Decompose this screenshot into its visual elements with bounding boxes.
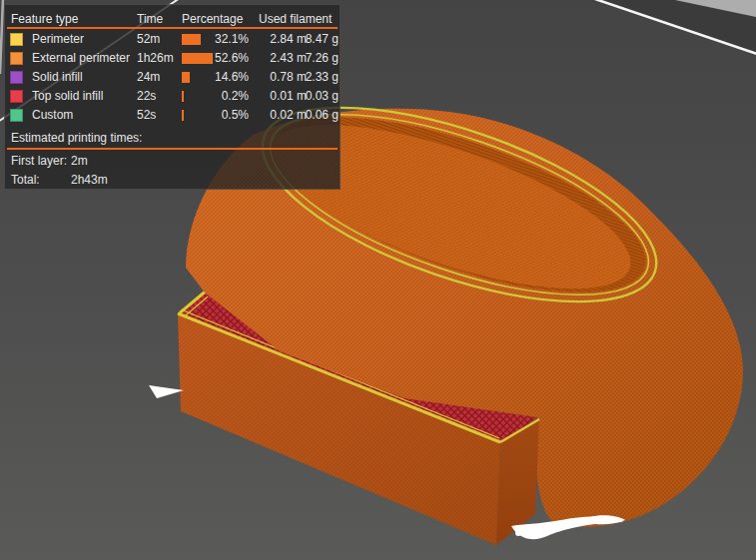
feature-color-swatch (10, 109, 23, 122)
total-time-label: Total: (11, 173, 40, 188)
feature-filament-weight: 0.03 g (302, 89, 339, 104)
feature-label: Solid infill (32, 70, 83, 85)
feature-label: Custom (32, 108, 73, 123)
first-layer-label: First layer: (11, 154, 67, 169)
feature-color-swatch (10, 33, 23, 46)
column-header-used-filament: Used filament (259, 12, 332, 27)
feature-filament-length: 0.01 m (252, 89, 307, 104)
feature-time: 1h26m (137, 51, 174, 66)
feature-percent: 0.5% (191, 108, 249, 123)
feature-percent-bar (182, 110, 184, 121)
gcode-legend-panel: Feature type Time Percentage Used filame… (4, 4, 341, 190)
feature-time: 24m (137, 70, 160, 85)
feature-filament-weight: 8.47 g (302, 32, 339, 47)
total-time-value: 2h43m (71, 173, 108, 188)
times-separator (7, 148, 338, 150)
column-header-time: Time (137, 12, 163, 27)
feature-filament-length: 2.84 m (252, 32, 307, 47)
feature-filament-length: 2.43 m (252, 51, 307, 66)
legend-rows: Perimeter 52m 32.1% 2.84 m 8.47 g Extern… (5, 30, 340, 125)
feature-time: 52m (137, 32, 160, 47)
feature-time: 52s (137, 108, 156, 123)
feature-percent: 14.6% (191, 70, 249, 85)
feature-label: Perimeter (32, 32, 84, 47)
first-layer-value: 2m (71, 154, 88, 169)
legend-row[interactable]: Perimeter 52m 32.1% 2.84 m 8.47 g (5, 30, 340, 49)
feature-percent-bar (182, 91, 184, 102)
feature-label: Top solid infill (32, 89, 103, 104)
column-header-feature-type: Feature type (11, 12, 78, 27)
column-header-percentage: Percentage (182, 12, 243, 27)
feature-percent-bar (182, 72, 190, 83)
legend-row[interactable]: Custom 52s 0.5% 0.02 m 0.06 g (5, 106, 340, 125)
feature-filament-length: 0.02 m (252, 108, 307, 123)
feature-color-swatch (10, 71, 23, 84)
feature-percent: 0.2% (191, 89, 249, 104)
feature-percent: 52.6% (191, 51, 249, 66)
feature-filament-length: 0.78 m (252, 70, 307, 85)
feature-label: External perimeter (32, 51, 130, 66)
feature-filament-weight: 7.26 g (302, 51, 339, 66)
feature-color-swatch (10, 90, 23, 103)
legend-row[interactable]: External perimeter 1h26m 52.6% 2.43 m 7.… (5, 49, 340, 68)
feature-filament-weight: 0.06 g (302, 108, 339, 123)
feature-percent: 32.1% (191, 32, 249, 47)
legend-row[interactable]: Solid infill 24m 14.6% 0.78 m 2.33 g (5, 68, 340, 87)
header-separator (7, 27, 338, 29)
legend-row[interactable]: Top solid infill 22s 0.2% 0.01 m 0.03 g (5, 87, 340, 106)
feature-filament-weight: 2.33 g (302, 70, 339, 85)
feature-time: 22s (137, 89, 156, 104)
feature-color-swatch (10, 52, 23, 65)
estimated-times-title: Estimated printing times: (11, 131, 142, 146)
